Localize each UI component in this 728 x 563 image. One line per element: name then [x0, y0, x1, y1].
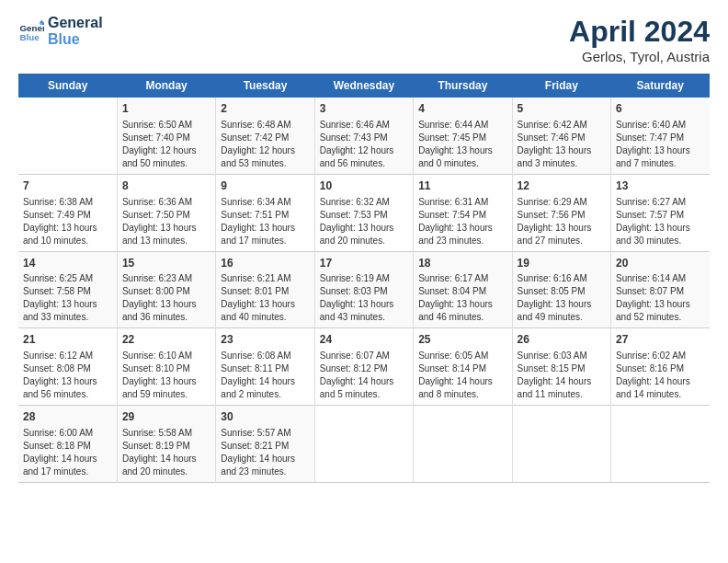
day-number: 15: [122, 256, 210, 271]
month-year-title: April 2024: [569, 15, 710, 49]
day-cell: [512, 406, 610, 483]
day-cell: 11Sunrise: 6:31 AMSunset: 7:54 PMDayligh…: [414, 174, 512, 251]
day-number: 2: [221, 101, 309, 117]
sunset-text: Sunset: 7:51 PM: [221, 209, 309, 222]
daylight-text: Daylight: 13 hours and 13 minutes.: [122, 222, 210, 247]
daylight-text: Daylight: 13 hours and 20 minutes.: [320, 222, 408, 247]
sunrise-text: Sunrise: 6:14 AM: [616, 272, 705, 285]
daylight-text: Daylight: 12 hours and 56 minutes.: [320, 144, 408, 170]
logo-icon: General Blue: [18, 18, 44, 44]
sunset-text: Sunset: 8:19 PM: [122, 440, 210, 453]
day-cell: 4Sunrise: 6:44 AMSunset: 7:45 PMDaylight…: [414, 98, 512, 174]
week-row-3: 14Sunrise: 6:25 AMSunset: 7:58 PMDayligh…: [18, 251, 710, 328]
logo: General Blue General Blue: [18, 15, 103, 47]
sunset-text: Sunset: 8:12 PM: [320, 362, 408, 375]
sunrise-text: Sunrise: 6:12 AM: [23, 350, 112, 362]
day-cell: 6Sunrise: 6:40 AMSunset: 7:47 PMDaylight…: [611, 98, 710, 174]
day-cell: 2Sunrise: 6:48 AMSunset: 7:42 PMDaylight…: [216, 98, 314, 174]
day-cell: 13Sunrise: 6:27 AMSunset: 7:57 PMDayligh…: [611, 174, 710, 251]
sunset-text: Sunset: 8:10 PM: [122, 362, 210, 375]
sunrise-text: Sunrise: 6:27 AM: [616, 196, 705, 209]
sunrise-text: Sunrise: 5:57 AM: [221, 427, 309, 440]
sunrise-text: Sunrise: 6:16 AM: [518, 272, 606, 285]
day-number: 23: [221, 332, 309, 348]
sunrise-text: Sunrise: 6:00 AM: [23, 427, 112, 440]
sunset-text: Sunset: 7:49 PM: [23, 209, 112, 222]
sunset-text: Sunset: 8:08 PM: [23, 362, 112, 375]
daylight-text: Daylight: 13 hours and 36 minutes.: [122, 298, 210, 324]
daylight-text: Daylight: 13 hours and 52 minutes.: [616, 298, 705, 324]
col-header-saturday: Saturday: [611, 74, 710, 98]
day-cell: 19Sunrise: 6:16 AMSunset: 8:05 PMDayligh…: [512, 251, 610, 328]
sunset-text: Sunset: 7:53 PM: [320, 209, 408, 222]
col-header-tuesday: Tuesday: [216, 74, 314, 98]
daylight-text: Daylight: 13 hours and 17 minutes.: [221, 222, 309, 247]
sunrise-text: Sunrise: 6:23 AM: [122, 272, 210, 285]
daylight-text: Daylight: 14 hours and 5 minutes.: [320, 375, 408, 401]
daylight-text: Daylight: 14 hours and 2 minutes.: [221, 375, 309, 401]
sunset-text: Sunset: 7:56 PM: [518, 209, 606, 222]
title-block: April 2024 Gerlos, Tyrol, Austria: [569, 15, 710, 64]
week-row-2: 7Sunrise: 6:38 AMSunset: 7:49 PMDaylight…: [18, 174, 710, 251]
location-subtitle: Gerlos, Tyrol, Austria: [569, 49, 710, 64]
day-cell: 18Sunrise: 6:17 AMSunset: 8:04 PMDayligh…: [414, 251, 512, 328]
sunrise-text: Sunrise: 6:08 AM: [221, 350, 309, 362]
day-cell: 15Sunrise: 6:23 AMSunset: 8:00 PMDayligh…: [117, 251, 215, 328]
day-number: 11: [418, 178, 506, 194]
day-cell: [18, 98, 117, 174]
sunrise-text: Sunrise: 6:21 AM: [221, 272, 309, 285]
day-cell: 30Sunrise: 5:57 AMSunset: 8:21 PMDayligh…: [216, 406, 314, 483]
day-number: 28: [23, 409, 112, 425]
day-cell: 16Sunrise: 6:21 AMSunset: 8:01 PMDayligh…: [216, 251, 314, 328]
daylight-text: Daylight: 13 hours and 3 minutes.: [518, 144, 606, 170]
sunrise-text: Sunrise: 6:34 AM: [221, 196, 309, 209]
col-header-friday: Friday: [512, 74, 610, 98]
day-cell: 21Sunrise: 6:12 AMSunset: 8:08 PMDayligh…: [18, 328, 117, 406]
day-number: 26: [518, 332, 606, 348]
sunrise-text: Sunrise: 6:25 AM: [23, 272, 112, 285]
daylight-text: Daylight: 14 hours and 23 minutes.: [221, 453, 309, 478]
day-cell: 20Sunrise: 6:14 AMSunset: 8:07 PMDayligh…: [611, 251, 710, 328]
daylight-text: Daylight: 13 hours and 7 minutes.: [616, 144, 705, 170]
sunset-text: Sunset: 8:14 PM: [418, 362, 506, 375]
day-number: 12: [518, 178, 606, 194]
sunrise-text: Sunrise: 6:50 AM: [122, 119, 210, 132]
sunset-text: Sunset: 8:07 PM: [616, 285, 705, 298]
col-header-wednesday: Wednesday: [314, 74, 413, 98]
day-cell: [414, 406, 512, 483]
sunrise-text: Sunrise: 5:58 AM: [122, 427, 210, 440]
day-number: 17: [320, 256, 408, 271]
daylight-text: Daylight: 13 hours and 0 minutes.: [418, 144, 506, 170]
day-number: 22: [122, 332, 210, 348]
day-cell: 12Sunrise: 6:29 AMSunset: 7:56 PMDayligh…: [512, 174, 610, 251]
day-number: 9: [221, 178, 309, 194]
sunrise-text: Sunrise: 6:36 AM: [122, 196, 210, 209]
day-cell: 7Sunrise: 6:38 AMSunset: 7:49 PMDaylight…: [18, 174, 117, 251]
svg-text:Blue: Blue: [19, 31, 40, 41]
daylight-text: Daylight: 13 hours and 40 minutes.: [221, 298, 309, 324]
day-number: 21: [23, 332, 112, 348]
day-number: 24: [320, 332, 408, 348]
daylight-text: Daylight: 14 hours and 17 minutes.: [23, 453, 112, 478]
sunset-text: Sunset: 8:04 PM: [418, 285, 506, 298]
day-cell: 28Sunrise: 6:00 AMSunset: 8:18 PMDayligh…: [18, 406, 117, 483]
daylight-text: Daylight: 13 hours and 33 minutes.: [23, 298, 112, 324]
day-cell: 26Sunrise: 6:03 AMSunset: 8:15 PMDayligh…: [512, 328, 610, 406]
sunset-text: Sunset: 7:57 PM: [616, 209, 705, 222]
sunset-text: Sunset: 8:15 PM: [518, 362, 606, 375]
sunset-text: Sunset: 7:46 PM: [518, 132, 606, 144]
page-container: General Blue General Blue April 2024 Ger…: [0, 0, 728, 492]
sunrise-text: Sunrise: 6:10 AM: [122, 350, 210, 362]
day-cell: 5Sunrise: 6:42 AMSunset: 7:46 PMDaylight…: [512, 98, 610, 174]
day-number: 4: [418, 101, 506, 117]
day-number: 6: [616, 101, 705, 117]
sunrise-text: Sunrise: 6:38 AM: [23, 196, 112, 209]
sunset-text: Sunset: 8:16 PM: [616, 362, 705, 375]
sunrise-text: Sunrise: 6:02 AM: [616, 350, 705, 362]
daylight-text: Daylight: 13 hours and 23 minutes.: [418, 222, 506, 247]
day-number: 25: [418, 332, 506, 348]
day-cell: 1Sunrise: 6:50 AMSunset: 7:40 PMDaylight…: [117, 98, 215, 174]
calendar-header-row: SundayMondayTuesdayWednesdayThursdayFrid…: [18, 74, 710, 98]
daylight-text: Daylight: 13 hours and 10 minutes.: [23, 222, 112, 247]
sunset-text: Sunset: 7:47 PM: [616, 132, 705, 144]
